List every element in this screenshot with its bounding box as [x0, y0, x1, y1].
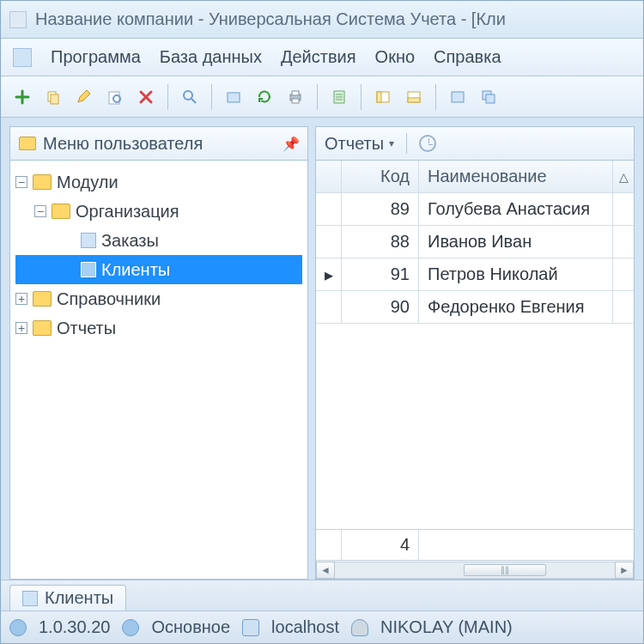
- tab-clients[interactable]: Клиенты: [9, 585, 126, 611]
- cell-code: 90: [342, 291, 419, 323]
- grid-header: Код Наименование △: [316, 161, 634, 193]
- data-grid: Код Наименование △ 89 Голубева Анастасия…: [315, 161, 635, 580]
- column-name[interactable]: Наименование: [419, 161, 613, 192]
- properties-icon[interactable]: [326, 84, 352, 110]
- table-row[interactable]: ▸ 91 Петров Николай: [316, 258, 634, 291]
- menu-bar: Программа База данных Действия Окно Спра…: [1, 39, 643, 76]
- row-indicator: [316, 193, 342, 225]
- dropdown-label: Отчеты: [325, 134, 384, 154]
- svg-rect-1: [51, 94, 58, 104]
- tree-label: Отчеты: [57, 319, 116, 338]
- folder-icon: [33, 174, 52, 190]
- delete-icon[interactable]: [133, 84, 159, 110]
- table-row[interactable]: 90 Федоренко Евгения: [316, 291, 634, 324]
- row-indicator: [316, 291, 342, 323]
- folder-icon: [33, 291, 52, 307]
- tree-label: Клиенты: [101, 260, 170, 280]
- toolbar-separator: [435, 84, 436, 110]
- column-code[interactable]: Код: [342, 161, 419, 192]
- menu-app-icon[interactable]: [13, 48, 32, 67]
- collapse-icon[interactable]: −: [34, 205, 46, 217]
- folder-icon: [33, 320, 52, 336]
- clock-icon[interactable]: [419, 135, 436, 152]
- table-row[interactable]: 89 Голубева Анастасия: [316, 193, 634, 226]
- zoom-icon[interactable]: [177, 84, 203, 110]
- expand-icon[interactable]: +: [15, 322, 27, 334]
- svg-rect-16: [486, 94, 495, 103]
- app-icon: [9, 11, 27, 28]
- tree-organization[interactable]: − Организация: [15, 197, 302, 226]
- cell-name: Иванов Иван: [419, 226, 613, 258]
- folder-icon: [19, 137, 36, 150]
- user-icon: [351, 619, 368, 636]
- document-icon: [81, 262, 96, 277]
- expand-icon[interactable]: +: [15, 293, 27, 305]
- print-icon[interactable]: [283, 84, 308, 110]
- tree-orders[interactable]: + Заказы: [15, 226, 302, 255]
- cell-name: Федоренко Евгения: [419, 291, 613, 323]
- document-icon: [81, 233, 96, 248]
- svg-rect-11: [377, 92, 381, 102]
- panel-bottom-icon[interactable]: [401, 84, 427, 110]
- version-icon: [9, 619, 27, 636]
- tree-label: Организация: [76, 202, 179, 222]
- tree-modules[interactable]: − Модули: [15, 167, 302, 197]
- tree-dictionaries[interactable]: + Справочники: [15, 284, 302, 313]
- reports-dropdown[interactable]: Отчеты ▾: [325, 134, 394, 154]
- toolbar-separator: [361, 84, 361, 110]
- menu-window[interactable]: Окно: [375, 47, 415, 67]
- status-version: 1.0.30.20: [39, 617, 110, 637]
- menu-actions[interactable]: Действия: [281, 47, 356, 67]
- row-indicator-header[interactable]: [316, 161, 342, 192]
- edit-icon[interactable]: [71, 84, 97, 110]
- tree-label: Справочники: [57, 289, 161, 309]
- cell-code: 88: [342, 226, 419, 258]
- add-icon[interactable]: [9, 84, 35, 110]
- scroll-left-icon[interactable]: ◄: [316, 562, 335, 579]
- svg-rect-7: [292, 91, 299, 95]
- main-area: Меню пользователя 📌 − Модули − Организац…: [1, 118, 643, 580]
- sort-indicator-icon[interactable]: △: [613, 161, 634, 192]
- chevron-down-icon: ▾: [389, 137, 394, 149]
- object-icon[interactable]: [221, 84, 246, 110]
- cell-name: Голубева Анастасия: [419, 193, 613, 225]
- scroll-track[interactable]: ∥∥: [335, 562, 615, 579]
- toolbar: [1, 76, 643, 118]
- refresh-icon[interactable]: [252, 84, 277, 110]
- scroll-right-icon[interactable]: ►: [615, 562, 634, 579]
- toolbar-separator: [167, 84, 168, 110]
- menu-help[interactable]: Справка: [434, 47, 501, 67]
- server-icon: [242, 619, 259, 636]
- cell-code: 91: [342, 258, 419, 290]
- menu-database[interactable]: База данных: [160, 47, 262, 67]
- row-indicator: ▸: [316, 258, 342, 290]
- panel-title: Меню пользователя: [43, 134, 276, 154]
- window-two-icon[interactable]: [476, 84, 501, 110]
- cell-name: Петров Николай: [419, 258, 613, 290]
- footer-count: 4: [342, 530, 419, 560]
- scroll-thumb[interactable]: ∥∥: [464, 564, 546, 576]
- menu-program[interactable]: Программа: [51, 47, 141, 67]
- toolbar-separator: [211, 84, 212, 110]
- tab-strip: Клиенты: [1, 580, 643, 611]
- pin-icon[interactable]: 📌: [283, 136, 299, 151]
- find-icon[interactable]: [102, 84, 128, 110]
- status-database: Основное: [151, 617, 230, 637]
- grid-footer: 4: [316, 529, 634, 560]
- copy-icon[interactable]: [40, 84, 66, 110]
- window-one-icon[interactable]: [445, 84, 471, 110]
- tree-clients[interactable]: + Клиенты: [15, 255, 302, 284]
- tree-reports[interactable]: + Отчеты: [15, 313, 302, 343]
- svg-rect-14: [452, 92, 464, 102]
- panel-header: Меню пользователя 📌: [9, 126, 308, 161]
- grid-empty-area: [316, 324, 634, 529]
- right-panel: Отчеты ▾ Код Наименование △ 89 Голубева …: [315, 126, 635, 580]
- svg-rect-13: [408, 98, 420, 102]
- status-host: localhost: [271, 617, 339, 637]
- horizontal-scrollbar[interactable]: ◄ ∥∥ ►: [316, 560, 634, 579]
- tree-view[interactable]: − Модули − Организация + Заказы +: [9, 161, 308, 580]
- panel-left-icon[interactable]: [370, 84, 396, 110]
- document-icon: [22, 591, 38, 606]
- collapse-icon[interactable]: −: [15, 176, 27, 188]
- table-row[interactable]: 88 Иванов Иван: [316, 226, 634, 258]
